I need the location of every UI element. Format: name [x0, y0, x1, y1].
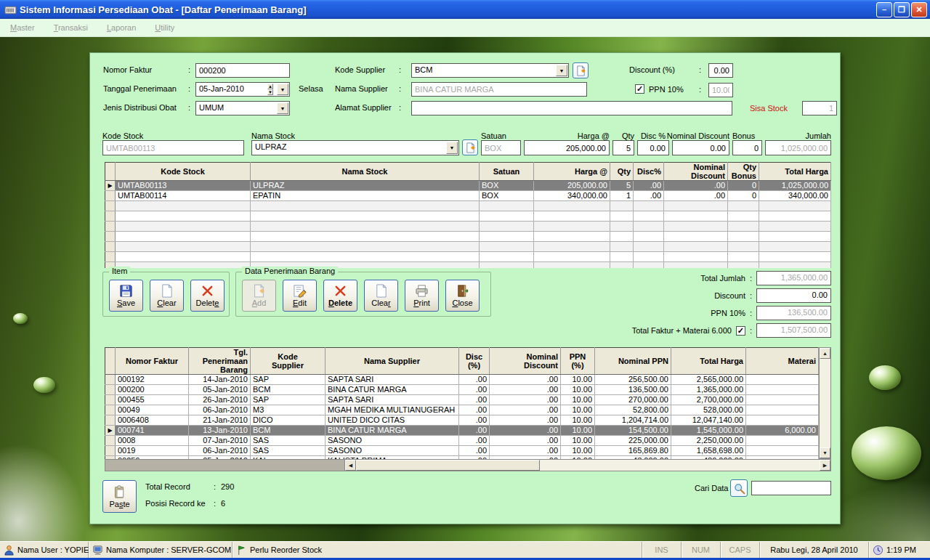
- receipts-table-row[interactable]: 00020005-Jan-2010BCMBINA CATUR MARGA.00 …: [105, 385, 819, 395]
- nomor-faktur-label: Nomor Faktur: [103, 65, 152, 74]
- nominal-discount-input[interactable]: [672, 140, 729, 155]
- scrollbar-track[interactable]: [540, 460, 820, 471]
- bonus-input[interactable]: [732, 140, 762, 155]
- items-table-row[interactable]: [105, 211, 831, 222]
- receipts-column-header: Tgl. Penerimaan Barang: [189, 348, 251, 375]
- clear-item-button[interactable]: Clear: [150, 280, 184, 312]
- menu-item-utility[interactable]: Utility: [155, 23, 174, 32]
- items-table-row[interactable]: [105, 201, 831, 211]
- delete-item-button-label: Delete: [196, 299, 219, 307]
- row-selector: [105, 232, 116, 242]
- clear-item-button-label: Clear: [157, 299, 176, 307]
- kode-stock-input[interactable]: [102, 140, 244, 155]
- search-button[interactable]: [730, 479, 748, 497]
- delete-item-button[interactable]: Delete: [190, 280, 225, 312]
- colon: :: [214, 482, 216, 491]
- discount-input[interactable]: [708, 63, 733, 78]
- row-selector: [105, 436, 116, 446]
- scroll-down-icon[interactable]: ▼: [820, 447, 830, 458]
- items-table-row[interactable]: [105, 252, 831, 262]
- close-button[interactable]: ✕: [911, 2, 927, 17]
- scrollbar-thumb[interactable]: [356, 460, 540, 471]
- menu-item-master[interactable]: Master: [10, 23, 35, 32]
- receipts-table: Nomor FakturTgl. Penerimaan BarangKode S…: [105, 347, 831, 471]
- harga-input[interactable]: [524, 140, 610, 155]
- status-reorder: Perlu Reorder Stock: [232, 542, 642, 558]
- alamat-supplier-input[interactable]: [411, 101, 732, 115]
- qty-input[interactable]: [612, 140, 634, 155]
- colon: :: [750, 309, 752, 317]
- sisa-stock-label: Sisa Stock: [750, 104, 788, 113]
- dropdown-arrow-icon[interactable]: ▼: [277, 102, 288, 114]
- items-table-row[interactable]: ▶ UMTAB00113ULPRAZBOX205,000.00 5.00.000…: [105, 181, 831, 191]
- ppn-input[interactable]: [708, 83, 733, 97]
- jenis-value: UMUM: [199, 103, 224, 112]
- discount-label: Discount (%): [629, 65, 675, 74]
- ppn-checkbox[interactable]: ✓: [635, 84, 644, 94]
- posisi-record-label: Posisi Record ke: [145, 499, 206, 508]
- user-icon: [4, 545, 15, 556]
- row-selector: [105, 375, 116, 385]
- delete-button[interactable]: Delete: [323, 280, 357, 312]
- spin-down-icon[interactable]: ▼: [267, 89, 273, 95]
- satuan-input[interactable]: [481, 140, 521, 155]
- receipts-table-row[interactable]: 000807-Jan-2010SASSASONO.00 .0010.00225,…: [105, 436, 819, 446]
- vertical-scrollbar[interactable]: ▲ ▼: [819, 347, 831, 459]
- receipts-table-row[interactable]: ▶ 00074113-Jan-2010BCMBINA CATUR MARGA.0…: [105, 426, 819, 436]
- items-column-header: Qty Bonus: [728, 163, 759, 181]
- nomor-faktur-input[interactable]: [195, 63, 290, 78]
- clear-button[interactable]: Clear: [364, 280, 398, 312]
- receipts-column-header: PPN (%): [561, 348, 595, 375]
- sisa-stock-input[interactable]: [802, 101, 837, 115]
- door-exit-icon: [456, 284, 469, 298]
- red-x-icon: [333, 284, 347, 298]
- dropdown-arrow-icon[interactable]: ▼: [556, 65, 567, 76]
- jenis-distribusi-combobox[interactable]: UMUM ▼: [195, 101, 290, 115]
- nama-stock-combobox[interactable]: ULPRAZ ▼: [251, 140, 459, 155]
- minimize-button[interactable]: –: [876, 2, 892, 17]
- save-button[interactable]: Save: [109, 280, 143, 312]
- materai-checkbox[interactable]: ✓: [736, 326, 745, 336]
- dropdown-arrow-icon[interactable]: ▼: [446, 142, 458, 154]
- receipts-column-header: [105, 348, 116, 375]
- receipts-table-row[interactable]: 00019214-Jan-2010SAPSAPTA SARI.00 .0010.…: [105, 375, 819, 385]
- disc-input[interactable]: [637, 140, 669, 155]
- items-table-row[interactable]: UMTAB00114EPATINBOX340,000.00 1.00.00034…: [105, 191, 831, 201]
- restore-button[interactable]: ❐: [894, 2, 910, 17]
- item-group: Item Save Clear Delete: [102, 272, 230, 317]
- restore-icon: ❐: [898, 6, 905, 13]
- spin-up-icon[interactable]: ▲: [267, 84, 273, 89]
- edit-button[interactable]: Edit: [283, 280, 317, 312]
- clipboard-icon: [113, 485, 126, 499]
- cari-data-input[interactable]: [751, 481, 831, 495]
- discount-total-value[interactable]: 0.00: [756, 288, 831, 303]
- items-table-row[interactable]: [105, 232, 831, 242]
- add-button-label: Add: [252, 299, 267, 307]
- menu-item-laporan[interactable]: Laporan: [107, 23, 136, 32]
- add-supplier-button[interactable]: [573, 62, 589, 78]
- receipts-table-row[interactable]: 0004906-Jan-2010M3MGAH MEDIKA MULTIANUGE…: [105, 405, 819, 415]
- kode-supplier-combobox[interactable]: BCM ▼: [411, 63, 569, 78]
- receipts-table-row[interactable]: 000640821-Jan-2010DICOUNITED DICO CITAS.…: [105, 415, 819, 426]
- menu-bar: Master Transaksi Laporan Utility: [0, 19, 930, 37]
- nama-supplier-input[interactable]: [411, 82, 587, 97]
- receipts-table-row[interactable]: 001906-Jan-2010SASSASONO.00 .0010.00165,…: [105, 446, 819, 456]
- date-spinner[interactable]: ▲ ▼: [264, 84, 276, 95]
- jumlah-input[interactable]: [765, 140, 831, 155]
- tanggal-datepicker[interactable]: 05-Jan-2010 ▲ ▼ ▼: [195, 82, 290, 97]
- receipts-table-row[interactable]: 00045526-Jan-2010SAPSAPTA SARI.00 .0010.…: [105, 395, 819, 405]
- add-stock-button[interactable]: [462, 139, 478, 155]
- scroll-left-icon[interactable]: ◀: [345, 460, 356, 471]
- paste-button[interactable]: Paste: [102, 480, 137, 513]
- print-button[interactable]: Print: [405, 280, 439, 312]
- scroll-up-icon[interactable]: ▲: [820, 348, 830, 359]
- dropdown-arrow-icon[interactable]: ▼: [277, 84, 288, 95]
- scroll-right-icon[interactable]: ▶: [820, 460, 830, 471]
- items-table-row[interactable]: [105, 242, 831, 252]
- menu-item-transaksi[interactable]: Transaksi: [54, 23, 88, 32]
- colon: :: [399, 84, 401, 93]
- items-table-row[interactable]: [105, 222, 831, 232]
- close-form-button[interactable]: Close: [445, 280, 480, 312]
- horizontal-scrollbar[interactable]: ◀ ▶: [105, 459, 831, 471]
- items-table-row[interactable]: [105, 262, 831, 269]
